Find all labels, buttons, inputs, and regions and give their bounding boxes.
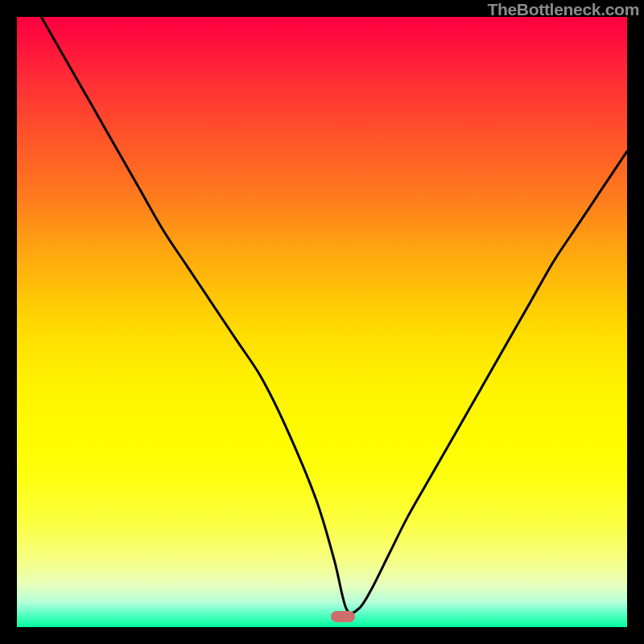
bottleneck-curve: [17, 17, 627, 627]
optimal-marker: [331, 611, 355, 622]
plot-area: [17, 17, 627, 627]
watermark-text: TheBottleneck.com: [487, 0, 639, 19]
